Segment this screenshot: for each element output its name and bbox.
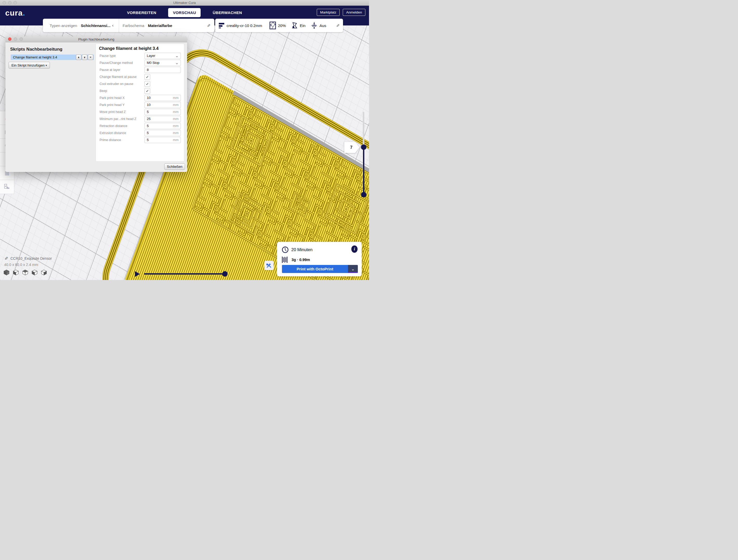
view-3d-icon[interactable] [4,269,9,276]
input-field[interactable]: 5mm [144,130,181,136]
playback-timeline[interactable] [144,273,225,274]
window-titlebar: Ultimaker Cura [0,0,369,6]
field-unit: mm [173,117,178,121]
layer-slider-upper-handle[interactable] [361,144,366,150]
view-front-icon[interactable] [13,269,19,276]
view-right-icon[interactable] [41,269,47,276]
color-scheme-value[interactable]: Materialfarbe [148,23,172,28]
rename-pencil-icon[interactable]: ✎ [3,256,9,260]
zoom-window-icon[interactable] [14,1,17,4]
field-unit: mm [173,110,178,114]
view-top-icon[interactable] [22,269,28,276]
field-unit: mm [173,124,178,128]
dialog-titlebar[interactable]: Plugin Nachbearbeitung [5,36,187,42]
field-value: 10 [147,103,173,107]
view-left-icon[interactable] [32,269,37,276]
checkbox[interactable]: ✓ [144,81,150,87]
model-dimensions: 40.0 x 80.0 x 2.4 mm [4,262,38,267]
script-settings-form: Pause typeLayer⌄Pause/Change methodM0 St… [96,52,184,143]
support-blocker-icon[interactable] [0,180,14,193]
playback-handle[interactable] [222,271,228,276]
marketplace-button[interactable]: Marktplatz [317,9,340,16]
chevron-down-icon: ⌄ [175,55,178,57]
field-value: 25 [147,117,173,121]
dialog-close-icon[interactable] [8,37,11,41]
form-row-label: Park print head X [99,96,125,100]
clock-icon [282,246,289,253]
print-settings-panel[interactable]: creality-cr-10 0.2mm 20% Ein Aus ✎ [215,19,343,32]
field-unit: mm [173,138,178,142]
field-value: M0 Stop [147,61,175,65]
form-row-label: Pause type [99,54,116,58]
input-field[interactable]: 5mm [144,109,181,115]
script-settings-panel: Change filament at height 3.4 Pause type… [96,44,184,161]
move-script-up-button[interactable]: ∧ [76,55,81,60]
form-row-label: Minimum par...rint head Z [99,117,136,121]
model-name: CCR10_Exquisite Densor [10,256,52,260]
close-dialog-button[interactable]: Schließen [164,163,185,170]
remove-script-button[interactable]: ✕ [88,55,93,60]
field-unit: mm [173,131,178,135]
edit-settings-pencil-icon[interactable]: ✎ [335,24,340,27]
field-unit: mm [173,96,178,100]
divider [119,19,119,32]
field-value: 10 [147,96,173,100]
tab-vorschau[interactable]: VORSCHAU [168,8,201,17]
form-row: Pause/Change methodM0 Stop⌄ [96,59,184,66]
support-icon [292,22,298,29]
input-field[interactable]: 10mm [144,95,181,101]
color-scheme-label: Farbschema [123,23,144,28]
form-row-label: Prime distance [99,138,121,142]
chevron-left-icon[interactable]: ‹ [112,23,113,28]
form-row: Change filament at pause✓ [96,73,184,80]
print-button-label[interactable]: Print with OctoPrint [282,265,348,273]
input-field[interactable]: 10mm [144,102,181,108]
layers-icon [219,22,225,29]
print-options-chevron[interactable]: ⌄ [348,265,358,273]
dropdown-field[interactable]: Layer⌄ [144,53,181,59]
signin-button[interactable]: Anmelden [343,9,365,16]
tab-ueberwachen[interactable]: ÜBERWACHEN [208,8,247,17]
form-row: Retraction distance5mm [96,122,184,129]
dialog-title: Plugin Nachbearbeitung [78,37,114,41]
printer-profile-value: creality-cr-10 0.2mm [227,23,262,28]
dialog-zoom-icon[interactable] [19,37,23,41]
form-row: Minimum par...rint head Z25mm [96,115,184,122]
print-summary-card: 20 Minuten i 3g · 0.99m Print with OctoP… [277,242,362,276]
dialog-minimize-icon[interactable] [14,37,17,41]
checkbox[interactable]: ✓ [144,74,150,80]
adhesion-icon [311,22,317,29]
selected-script-row[interactable]: Change filament at height 3.4 ∧ ∨ ✕ [11,55,94,60]
material-usage: 3g · 0.99m [292,258,310,262]
add-script-button[interactable]: Ein Skript hinzufügen▾ [9,62,50,69]
adjust-print-settings-button[interactable] [264,261,274,270]
layer-slider-lower-handle[interactable] [361,192,366,197]
form-row-label: Beep [99,89,107,93]
edit-pencil-icon[interactable]: ✎ [206,24,211,27]
scripts-heading: Skripts Nachbearbeitung [10,47,62,52]
close-window-icon[interactable] [3,1,6,4]
play-button[interactable] [135,271,140,277]
info-icon[interactable]: i [351,245,358,253]
support-value: Ein [300,23,306,28]
checkbox[interactable]: ✓ [144,88,150,94]
field-value: 8 [147,68,180,72]
input-field[interactable]: 5mm [144,123,181,129]
move-script-down-button[interactable]: ∨ [82,55,87,60]
adhesion-value: Aus [319,23,326,28]
layer-indicator-flag[interactable]: 7 [344,142,359,153]
view-type-value[interactable]: Schichtenansi... [81,23,110,28]
layer-slider-range [363,147,364,194]
input-field[interactable]: 25mm [144,116,181,122]
input-field[interactable]: 8 [144,67,181,73]
form-row-label: Retraction distance [99,124,127,128]
window-title: Ultimaker Cura [173,1,196,5]
tab-vorbereiten[interactable]: VORBEREITEN [122,8,161,17]
dropdown-field[interactable]: M0 Stop⌄ [144,60,181,66]
input-field[interactable]: 5mm [144,137,181,143]
print-button[interactable]: Print with OctoPrint ⌄ [282,265,358,273]
form-row: Beep✓ [96,87,184,94]
post-processing-dialog: Plugin Nachbearbeitung Skripts Nachbearb… [5,36,187,172]
form-row-label: Pause/Change method [99,61,133,65]
minimize-window-icon[interactable] [8,1,11,4]
